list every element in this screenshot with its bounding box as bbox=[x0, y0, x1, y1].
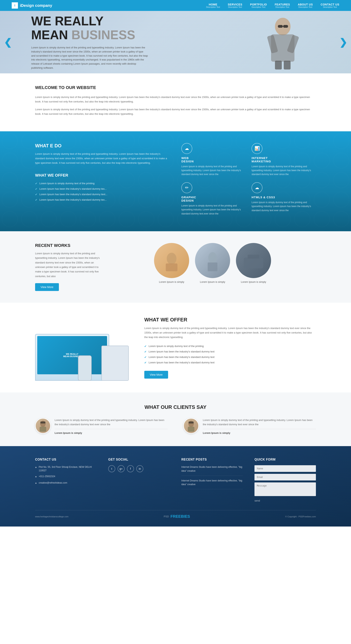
google-plus-icon[interactable]: g+ bbox=[118, 465, 125, 472]
nav-label: SERVICES bbox=[228, 3, 242, 6]
logo[interactable]: i iDesign company bbox=[12, 2, 52, 8]
nav-item-about-us[interactable]: ABOUT USDescription Text bbox=[298, 3, 313, 8]
location-icon: ● bbox=[35, 465, 37, 472]
facebook-icon[interactable]: f bbox=[127, 465, 134, 472]
work-image-1-graphic bbox=[160, 249, 183, 272]
check-icon-3: ✔ bbox=[35, 198, 37, 202]
offer-item-text-1: Lorem Ipsum has been the industry's stan… bbox=[39, 187, 107, 190]
nav-sub: Description Text bbox=[321, 6, 339, 8]
service-card-body-1: Lorem Ipsum is simply dummy text of the … bbox=[252, 164, 316, 176]
testimonial-card-1: Lorem Ipsum is simply dummy text of the … bbox=[183, 418, 316, 434]
work-item-3: Lorem Ipsum is simply bbox=[236, 243, 271, 283]
service-icon-1: 📊 bbox=[252, 143, 263, 154]
work-label-2: Lorem Ipsum is simply bbox=[195, 280, 230, 283]
footer-quick-form-col: QUICK FORM send bbox=[255, 458, 316, 502]
send-button[interactable]: send bbox=[255, 499, 260, 502]
svg-rect-26 bbox=[189, 422, 194, 424]
welcome-section: WELCOME TO OUR WEBSITE Lorem Ipsum is si… bbox=[0, 74, 351, 131]
nav-label: ABOUT US bbox=[298, 3, 313, 6]
nav-label: PORTFOLIO bbox=[250, 3, 267, 6]
service-card-1: 📊 INTERNETMARKETING Lorem Ipsum is simpl… bbox=[252, 143, 316, 176]
work-circle-2 bbox=[195, 243, 230, 278]
check-icon-1: ✔ bbox=[35, 187, 37, 190]
testimonial-name-1: Lorem Ipsum is simply bbox=[203, 432, 316, 434]
device-stack: WE REALLY MEAN BUSINESS bbox=[35, 314, 129, 381]
nav-sub: Description Text bbox=[228, 6, 242, 8]
nav-label: CONTACT US bbox=[321, 3, 339, 6]
check-icon-0: ✔ bbox=[35, 182, 37, 185]
form-email-input[interactable] bbox=[255, 474, 316, 480]
offer2-item-text-3: Lorem Ipsum has been the industry's stan… bbox=[149, 361, 215, 364]
service-card-title-3: HTML5 & CSS3 bbox=[252, 196, 316, 199]
phone-shape bbox=[78, 355, 92, 381]
site-header: i iDesign company HOMEDescription TextSE… bbox=[0, 0, 351, 11]
works-images: Lorem Ipsum is simply Lorem Ipsum is sim… bbox=[109, 243, 316, 283]
services-right: ☁ WEBDESIGN Lorem Ipsum is simply dummy … bbox=[181, 143, 316, 216]
offer2-grid: WE REALLY MEAN BUSINESS WHAT WE OFFER Lo… bbox=[35, 314, 316, 381]
nav-item-portfolio[interactable]: PORTFOLIODescription Text bbox=[250, 3, 267, 8]
footer-social-col: GET SOCIAL t g+ f in bbox=[108, 458, 170, 502]
nav-item-features[interactable]: FEATURESDescription Text bbox=[275, 3, 290, 8]
laptop-text-1: WE REALLY bbox=[63, 353, 81, 355]
service-card-title-2: GRAPHICDESIGN bbox=[181, 196, 246, 202]
nav-item-home[interactable]: HOMEDescription Text bbox=[206, 3, 220, 8]
service-icon-2: ✏ bbox=[181, 182, 192, 193]
hero-section: ❮ WE REALLY MEAN BUSINESS Lorem Ipsum is… bbox=[0, 11, 351, 74]
what-we-do-title: WHAT E DO bbox=[35, 143, 170, 148]
offer2-right: WHAT WE OFFER Lorem Ipsum is simply dumm… bbox=[144, 317, 316, 378]
recent-post-text-0: Internet Dreams Studio have been deliver… bbox=[181, 465, 243, 473]
service-card-body-3: Lorem Ipsum is simply dummy text of the … bbox=[252, 200, 316, 212]
offer2-item-1: ✔Lorem Ipsum has been the industry's sta… bbox=[144, 349, 316, 354]
offer-item-0: ✔Lorem Ipsum is simply dummy text of the… bbox=[35, 181, 170, 186]
linkedin-icon[interactable]: in bbox=[136, 465, 143, 472]
psd-label: PSD bbox=[164, 515, 169, 518]
nav-item-services[interactable]: SERVICESDescription Text bbox=[228, 3, 242, 8]
hero-content: WE REALLY MEAN BUSINESS Lorem Ipsum is s… bbox=[0, 14, 351, 70]
offer-item-text-3: Lorem Ipsum has been the industry's stan… bbox=[39, 198, 107, 201]
testimonial-text-1: Lorem Ipsum is simply dummy text of the … bbox=[203, 418, 316, 434]
hero-next-arrow[interactable]: ❯ bbox=[339, 37, 347, 48]
welcome-body1: Lorem Ipsum is simply dummy text of the … bbox=[35, 95, 316, 104]
footer-contact-col: CONTACT US ● Plot No. 55, 3rd Floor Shiv… bbox=[35, 458, 96, 502]
avatar-1 bbox=[183, 418, 199, 434]
svg-rect-7 bbox=[283, 25, 288, 28]
testimonial-body-0: Lorem Ipsum is simply dummy text of the … bbox=[55, 418, 168, 429]
offer-section-2: WE REALLY MEAN BUSINESS WHAT WE OFFER Lo… bbox=[0, 303, 351, 392]
avatar-graphic-0 bbox=[38, 420, 48, 432]
offer2-item-text-0: Lorem Ipsum is simply dummy text of the … bbox=[149, 345, 204, 348]
footer-address: ● Plot No. 55, 3rd Floor Shivaji Enclave… bbox=[35, 465, 96, 472]
svg-rect-15 bbox=[244, 258, 263, 268]
nav-label: FEATURES bbox=[275, 3, 290, 6]
hero-prev-arrow[interactable]: ❮ bbox=[4, 37, 12, 48]
service-card-title-1: INTERNETMARKETING bbox=[252, 156, 316, 163]
service-card-body-0: Lorem Ipsum is simply dummy text of the … bbox=[181, 164, 246, 176]
hero-line3: BUSINESS bbox=[71, 28, 135, 42]
main-nav: HOMEDescription TextSERVICESDescription … bbox=[206, 3, 339, 8]
check-blue-icon-1: ✔ bbox=[144, 350, 147, 353]
recent-works-title: RECENT WORKS bbox=[35, 243, 101, 248]
offer-list: ✔Lorem Ipsum is simply dummy text of the… bbox=[35, 181, 170, 202]
nav-item-contact-us[interactable]: CONTACT USDescription Text bbox=[321, 3, 339, 8]
view-more-button-2[interactable]: View More bbox=[144, 371, 168, 378]
offer-item-1: ✔Lorem Ipsum has been the industry's sta… bbox=[35, 186, 170, 192]
brand-name: iDesign company bbox=[20, 3, 52, 8]
view-more-button-1[interactable]: View More bbox=[35, 283, 59, 291]
service-icon-0: ☁ bbox=[181, 143, 192, 154]
avatar-graphic-1 bbox=[186, 420, 196, 432]
testimonial-card-0: Lorem Ipsum is simply dummy text of the … bbox=[35, 418, 168, 434]
footer-email: ● creative@refreshideas.com bbox=[35, 481, 96, 485]
testimonial-text-0: Lorem Ipsum is simply dummy text of the … bbox=[55, 418, 168, 434]
twitter-icon[interactable]: t bbox=[108, 465, 115, 472]
footer-bottom-left: www.heritagechristianscollege.com bbox=[35, 516, 68, 518]
recent-works-section: RECENT WORKS Lorem Ipsum is simply dummy… bbox=[0, 231, 351, 303]
freebies-label: FREEBIES bbox=[170, 514, 190, 519]
testimonial-name-0: Lorem Ipsum is simply bbox=[55, 432, 168, 434]
form-message-input[interactable] bbox=[255, 482, 316, 496]
services-left: WHAT E DO Lorem Ipsum is simply dummy te… bbox=[35, 143, 170, 216]
testimonials-section: WHAT OUR CLIENTS SAY Lorem Ipsum is simp… bbox=[0, 392, 351, 446]
svg-point-9 bbox=[167, 253, 176, 264]
recent-works-body: Lorem Ipsum is simply dummy text of the … bbox=[35, 251, 101, 278]
form-name-input[interactable] bbox=[255, 465, 316, 472]
quick-form: send bbox=[255, 465, 316, 502]
avatar-0 bbox=[35, 418, 51, 434]
